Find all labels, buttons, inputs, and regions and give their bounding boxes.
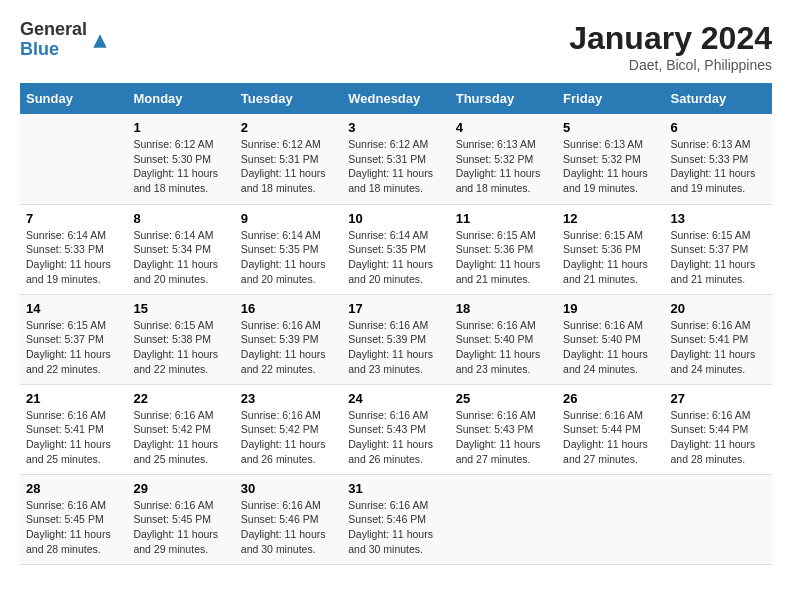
cell-info: Sunrise: 6:16 AM Sunset: 5:44 PM Dayligh…: [563, 408, 658, 467]
cell-info: Sunrise: 6:12 AM Sunset: 5:31 PM Dayligh…: [348, 137, 443, 196]
cell-info: Sunrise: 6:16 AM Sunset: 5:43 PM Dayligh…: [348, 408, 443, 467]
calendar-subtitle: Daet, Bicol, Philippines: [569, 57, 772, 73]
cell-w1-d4: 11Sunrise: 6:15 AM Sunset: 5:36 PM Dayli…: [450, 204, 557, 294]
day-number: 18: [456, 301, 551, 316]
day-number: 5: [563, 120, 658, 135]
page-header: General Blue January 2024 Daet, Bicol, P…: [20, 20, 772, 73]
cell-w3-d1: 22Sunrise: 6:16 AM Sunset: 5:42 PM Dayli…: [127, 384, 234, 474]
day-number: 23: [241, 391, 336, 406]
day-number: 14: [26, 301, 121, 316]
logo-icon: [90, 31, 110, 51]
day-number: 24: [348, 391, 443, 406]
day-number: 22: [133, 391, 228, 406]
day-number: 30: [241, 481, 336, 496]
cell-w4-d4: [450, 474, 557, 564]
cell-w1-d6: 13Sunrise: 6:15 AM Sunset: 5:37 PM Dayli…: [665, 204, 772, 294]
cell-info: Sunrise: 6:16 AM Sunset: 5:44 PM Dayligh…: [671, 408, 766, 467]
header-day-thursday: Thursday: [450, 83, 557, 114]
day-number: 28: [26, 481, 121, 496]
cell-info: Sunrise: 6:16 AM Sunset: 5:39 PM Dayligh…: [348, 318, 443, 377]
day-number: 27: [671, 391, 766, 406]
cell-w3-d6: 27Sunrise: 6:16 AM Sunset: 5:44 PM Dayli…: [665, 384, 772, 474]
logo-line2: Blue: [20, 40, 87, 60]
day-number: 13: [671, 211, 766, 226]
cell-info: Sunrise: 6:14 AM Sunset: 5:35 PM Dayligh…: [348, 228, 443, 287]
cell-w2-d4: 18Sunrise: 6:16 AM Sunset: 5:40 PM Dayli…: [450, 294, 557, 384]
cell-w4-d2: 30Sunrise: 6:16 AM Sunset: 5:46 PM Dayli…: [235, 474, 342, 564]
cell-info: Sunrise: 6:15 AM Sunset: 5:38 PM Dayligh…: [133, 318, 228, 377]
day-number: 8: [133, 211, 228, 226]
cell-info: Sunrise: 6:16 AM Sunset: 5:42 PM Dayligh…: [241, 408, 336, 467]
day-number: 31: [348, 481, 443, 496]
cell-w3-d2: 23Sunrise: 6:16 AM Sunset: 5:42 PM Dayli…: [235, 384, 342, 474]
cell-info: Sunrise: 6:16 AM Sunset: 5:42 PM Dayligh…: [133, 408, 228, 467]
cell-info: Sunrise: 6:12 AM Sunset: 5:30 PM Dayligh…: [133, 137, 228, 196]
cell-info: Sunrise: 6:16 AM Sunset: 5:45 PM Dayligh…: [26, 498, 121, 557]
day-number: 2: [241, 120, 336, 135]
day-number: 1: [133, 120, 228, 135]
cell-w4-d3: 31Sunrise: 6:16 AM Sunset: 5:46 PM Dayli…: [342, 474, 449, 564]
cell-info: Sunrise: 6:13 AM Sunset: 5:32 PM Dayligh…: [563, 137, 658, 196]
cell-w0-d3: 3Sunrise: 6:12 AM Sunset: 5:31 PM Daylig…: [342, 114, 449, 204]
week-row-2: 7Sunrise: 6:14 AM Sunset: 5:33 PM Daylig…: [20, 204, 772, 294]
cell-w3-d3: 24Sunrise: 6:16 AM Sunset: 5:43 PM Dayli…: [342, 384, 449, 474]
day-number: 10: [348, 211, 443, 226]
cell-info: Sunrise: 6:16 AM Sunset: 5:40 PM Dayligh…: [456, 318, 551, 377]
cell-w3-d5: 26Sunrise: 6:16 AM Sunset: 5:44 PM Dayli…: [557, 384, 664, 474]
day-number: 3: [348, 120, 443, 135]
cell-w2-d5: 19Sunrise: 6:16 AM Sunset: 5:40 PM Dayli…: [557, 294, 664, 384]
cell-w1-d3: 10Sunrise: 6:14 AM Sunset: 5:35 PM Dayli…: [342, 204, 449, 294]
day-number: 12: [563, 211, 658, 226]
cell-info: Sunrise: 6:13 AM Sunset: 5:33 PM Dayligh…: [671, 137, 766, 196]
cell-w1-d0: 7Sunrise: 6:14 AM Sunset: 5:33 PM Daylig…: [20, 204, 127, 294]
header-day-tuesday: Tuesday: [235, 83, 342, 114]
cell-info: Sunrise: 6:15 AM Sunset: 5:37 PM Dayligh…: [671, 228, 766, 287]
logo-text: General Blue: [20, 20, 87, 60]
cell-w2-d2: 16Sunrise: 6:16 AM Sunset: 5:39 PM Dayli…: [235, 294, 342, 384]
cell-info: Sunrise: 6:15 AM Sunset: 5:36 PM Dayligh…: [563, 228, 658, 287]
day-number: 19: [563, 301, 658, 316]
cell-info: Sunrise: 6:16 AM Sunset: 5:41 PM Dayligh…: [671, 318, 766, 377]
header-day-wednesday: Wednesday: [342, 83, 449, 114]
cell-w3-d4: 25Sunrise: 6:16 AM Sunset: 5:43 PM Dayli…: [450, 384, 557, 474]
cell-info: Sunrise: 6:14 AM Sunset: 5:35 PM Dayligh…: [241, 228, 336, 287]
cell-info: Sunrise: 6:12 AM Sunset: 5:31 PM Dayligh…: [241, 137, 336, 196]
cell-info: Sunrise: 6:16 AM Sunset: 5:40 PM Dayligh…: [563, 318, 658, 377]
cell-w4-d0: 28Sunrise: 6:16 AM Sunset: 5:45 PM Dayli…: [20, 474, 127, 564]
title-block: January 2024 Daet, Bicol, Philippines: [569, 20, 772, 73]
cell-info: Sunrise: 6:16 AM Sunset: 5:41 PM Dayligh…: [26, 408, 121, 467]
cell-w4-d1: 29Sunrise: 6:16 AM Sunset: 5:45 PM Dayli…: [127, 474, 234, 564]
day-number: 7: [26, 211, 121, 226]
cell-w0-d5: 5Sunrise: 6:13 AM Sunset: 5:32 PM Daylig…: [557, 114, 664, 204]
header-day-saturday: Saturday: [665, 83, 772, 114]
cell-w0-d1: 1Sunrise: 6:12 AM Sunset: 5:30 PM Daylig…: [127, 114, 234, 204]
cell-w3-d0: 21Sunrise: 6:16 AM Sunset: 5:41 PM Dayli…: [20, 384, 127, 474]
week-row-3: 14Sunrise: 6:15 AM Sunset: 5:37 PM Dayli…: [20, 294, 772, 384]
day-number: 29: [133, 481, 228, 496]
week-row-4: 21Sunrise: 6:16 AM Sunset: 5:41 PM Dayli…: [20, 384, 772, 474]
cell-info: Sunrise: 6:16 AM Sunset: 5:46 PM Dayligh…: [348, 498, 443, 557]
day-number: 26: [563, 391, 658, 406]
cell-w2-d0: 14Sunrise: 6:15 AM Sunset: 5:37 PM Dayli…: [20, 294, 127, 384]
header-day-friday: Friday: [557, 83, 664, 114]
cell-w2-d1: 15Sunrise: 6:15 AM Sunset: 5:38 PM Dayli…: [127, 294, 234, 384]
day-number: 6: [671, 120, 766, 135]
day-number: 15: [133, 301, 228, 316]
cell-info: Sunrise: 6:16 AM Sunset: 5:43 PM Dayligh…: [456, 408, 551, 467]
cell-w1-d2: 9Sunrise: 6:14 AM Sunset: 5:35 PM Daylig…: [235, 204, 342, 294]
header-day-monday: Monday: [127, 83, 234, 114]
cell-w0-d4: 4Sunrise: 6:13 AM Sunset: 5:32 PM Daylig…: [450, 114, 557, 204]
header-day-sunday: Sunday: [20, 83, 127, 114]
cell-w0-d6: 6Sunrise: 6:13 AM Sunset: 5:33 PM Daylig…: [665, 114, 772, 204]
day-number: 9: [241, 211, 336, 226]
cell-info: Sunrise: 6:16 AM Sunset: 5:39 PM Dayligh…: [241, 318, 336, 377]
calendar-table: SundayMondayTuesdayWednesdayThursdayFrid…: [20, 83, 772, 565]
calendar-title: January 2024: [569, 20, 772, 57]
logo: General Blue: [20, 20, 110, 60]
week-row-1: 1Sunrise: 6:12 AM Sunset: 5:30 PM Daylig…: [20, 114, 772, 204]
cell-w4-d6: [665, 474, 772, 564]
cell-info: Sunrise: 6:13 AM Sunset: 5:32 PM Dayligh…: [456, 137, 551, 196]
day-number: 25: [456, 391, 551, 406]
day-number: 17: [348, 301, 443, 316]
cell-info: Sunrise: 6:16 AM Sunset: 5:45 PM Dayligh…: [133, 498, 228, 557]
